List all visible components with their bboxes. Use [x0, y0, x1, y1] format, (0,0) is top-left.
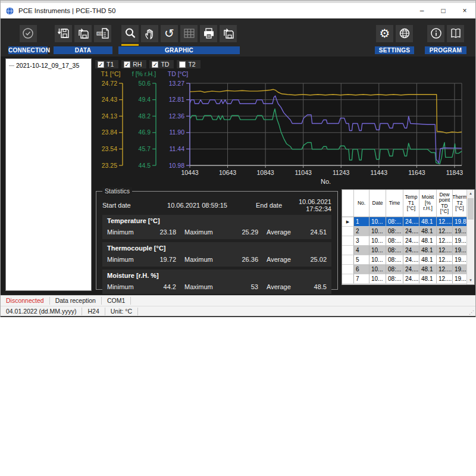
row-header-cell[interactable]	[342, 236, 354, 246]
print-button[interactable]	[200, 25, 217, 42]
channel-toggle-t2[interactable]: T2	[177, 60, 200, 68]
export-csv-button[interactable]: csv	[94, 25, 111, 42]
language-button[interactable]	[396, 25, 413, 42]
cell-therm_t2[interactable]: 19....	[453, 246, 467, 255]
load-data-button[interactable]	[74, 25, 92, 42]
cell-temp_t1[interactable]: 24....	[403, 227, 419, 236]
manual-button[interactable]	[447, 25, 464, 42]
save-graphic-button[interactable]	[220, 25, 237, 42]
cell-moist[interactable]: 48.1	[419, 236, 437, 246]
row-header-cell[interactable]	[342, 227, 354, 236]
cell-therm_t2[interactable]: 19....	[453, 255, 467, 265]
cell-time[interactable]: 08:...	[386, 246, 403, 255]
cell-date[interactable]: 10...	[369, 255, 386, 265]
cell-temp_t1[interactable]: 24....	[403, 265, 419, 274]
cell-date[interactable]: 10...	[369, 217, 386, 227]
cell-moist[interactable]: 48.1	[419, 217, 437, 227]
column-header-moist[interactable]: Moist[%r.H.]	[419, 190, 437, 217]
column-header-date[interactable]: Date	[369, 190, 386, 217]
cell-no[interactable]: 7	[354, 274, 369, 284]
checkbox-checked-icon[interactable]: ✓	[124, 61, 130, 68]
cell-moist[interactable]: 48.1	[419, 246, 437, 255]
cell-no[interactable]: 2	[354, 227, 369, 236]
checkbox-checked-icon[interactable]: ✓	[152, 61, 158, 68]
cell-temp_t1[interactable]: 24....	[403, 217, 419, 227]
title-bar[interactable]: PCE Instruments | PCE-THD 50 – □ ×	[1, 3, 475, 18]
pan-button[interactable]	[141, 25, 158, 42]
column-header-dew_td[interactable]: DewpointTD[°C]	[437, 190, 453, 217]
row-header-cell[interactable]	[342, 274, 354, 284]
settings-button[interactable]: ⚙	[376, 25, 393, 42]
cell-therm_t2[interactable]: 19....	[453, 274, 467, 284]
tree-item-measurement[interactable]: 2021-10-12_09_17_35	[8, 62, 89, 69]
cell-temp_t1[interactable]: 24....	[403, 236, 419, 246]
cell-moist[interactable]: 48.1	[419, 265, 437, 274]
cell-therm_t2[interactable]: 19....	[453, 227, 467, 236]
checkbox-unchecked-icon[interactable]	[179, 61, 186, 68]
cell-time[interactable]: 08:...	[386, 217, 403, 227]
cell-no[interactable]: 1	[354, 217, 369, 227]
cell-therm_t2[interactable]: 19....	[453, 236, 467, 246]
cell-temp_t1[interactable]: 24....	[403, 274, 419, 284]
maximize-button[interactable]: □	[433, 4, 454, 18]
row-header-cell[interactable]	[342, 265, 354, 274]
cell-dew_td[interactable]: 12....	[437, 236, 453, 246]
table-scrollbar[interactable]: ▲ ▼	[466, 190, 474, 284]
cell-moist[interactable]: 48.1	[419, 227, 437, 236]
cell-no[interactable]: 6	[354, 265, 369, 274]
cell-dew_td[interactable]: 12....	[437, 246, 453, 255]
cell-no[interactable]: 3	[354, 236, 369, 246]
cell-temp_t1[interactable]: 24....	[403, 255, 419, 265]
cell-dew_td[interactable]: 12....	[437, 255, 453, 265]
cell-no[interactable]: 4	[354, 246, 369, 255]
column-header-time[interactable]: Time	[386, 190, 403, 217]
cell-date[interactable]: 10...	[369, 236, 386, 246]
scrollbar-thumb[interactable]	[468, 198, 474, 220]
cell-dew_td[interactable]: 12....	[437, 217, 453, 227]
row-pointer-icon[interactable]: ▶	[342, 217, 354, 227]
channel-toggle-rh[interactable]: ✓RH	[121, 60, 146, 68]
cell-moist[interactable]: 48.1	[419, 255, 437, 265]
cell-date[interactable]: 10...	[369, 265, 386, 274]
cell-date[interactable]: 10...	[369, 246, 386, 255]
table-row[interactable]: 710...08:...24....48.112....19....	[342, 274, 474, 284]
reset-zoom-button[interactable]: ↺	[161, 25, 178, 42]
minimize-button[interactable]: –	[411, 4, 433, 18]
cell-no[interactable]: 5	[354, 255, 369, 265]
connection-button[interactable]	[20, 25, 37, 42]
cell-therm_t2[interactable]: 19....	[453, 265, 467, 274]
cell-dew_td[interactable]: 12....	[437, 274, 453, 284]
row-header-cell[interactable]	[342, 255, 354, 265]
cell-time[interactable]: 08:...	[386, 227, 403, 236]
data-table[interactable]: No.DateTimeTempT1[°C]Moist[%r.H.]Dewpoin…	[342, 189, 475, 285]
table-row[interactable]: ▶110...08:...24....48.112....19.8	[342, 217, 474, 227]
checkbox-checked-icon[interactable]: ✓	[98, 61, 104, 68]
cell-date[interactable]: 10...	[369, 274, 386, 284]
measurement-tree-panel[interactable]: 2021-10-12_09_17_35	[5, 58, 92, 291]
cell-time[interactable]: 08:...	[386, 236, 403, 246]
grid-toggle-button[interactable]	[180, 25, 198, 42]
scroll-down-icon[interactable]: ▼	[467, 277, 474, 284]
table-row[interactable]: 610...08:...24....48.112....19....	[342, 265, 474, 274]
cell-date[interactable]: 10...	[369, 227, 386, 236]
table-row[interactable]: 210...08:...24....48.112....19....	[342, 227, 474, 236]
column-header-therm_t2[interactable]: ThermT2[°C]	[453, 190, 467, 217]
resize-grip[interactable]: ⋰	[469, 309, 474, 315]
zoom-button[interactable]	[121, 25, 139, 42]
scroll-up-icon[interactable]: ▲	[467, 190, 474, 198]
cell-therm_t2[interactable]: 19.8	[453, 217, 467, 227]
channel-toggle-t1[interactable]: ✓T1	[95, 60, 118, 68]
save-data-button[interactable]	[55, 25, 72, 42]
cell-moist[interactable]: 48.1	[419, 274, 437, 284]
column-header-temp_t1[interactable]: TempT1[°C]	[403, 190, 419, 217]
cell-temp_t1[interactable]: 24....	[403, 246, 419, 255]
cell-dew_td[interactable]: 12....	[437, 265, 453, 274]
table-row[interactable]: 510...08:...24....48.112....19....	[342, 255, 474, 265]
channel-toggle-td[interactable]: ✓TD	[149, 60, 174, 68]
measurement-chart[interactable]: 1044310643108431104311243114431164311843…	[96, 69, 474, 188]
close-button[interactable]: ×	[454, 4, 475, 18]
row-header-cell[interactable]	[342, 246, 354, 255]
table-row[interactable]: 410...08:...24....48.112....19....	[342, 246, 474, 255]
cell-time[interactable]: 08:...	[386, 265, 403, 274]
cell-dew_td[interactable]: 12....	[437, 227, 453, 236]
